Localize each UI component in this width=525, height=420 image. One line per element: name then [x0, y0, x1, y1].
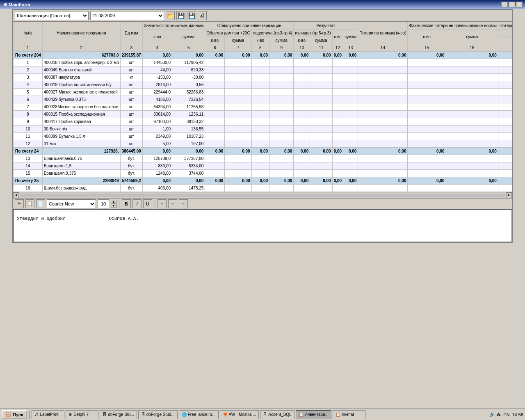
align-left-button[interactable]: ≡ — [158, 199, 167, 208]
group-c16: 0,00 — [498, 52, 512, 59]
row-name: 400429 бутылка 0,375 — [42, 96, 120, 103]
group-sum: 5744589,2 — [120, 177, 142, 185]
divider1 — [119, 200, 119, 208]
row-c6 — [205, 59, 225, 66]
row-num: 15 — [14, 170, 43, 177]
row-c7 — [225, 126, 251, 133]
row-c8 — [251, 133, 269, 140]
row-name: Брак шамп.0,375 — [42, 170, 120, 177]
row-c15 — [408, 118, 446, 126]
col-name-header: Наименование продукции — [42, 22, 120, 44]
group-c3: 0,00 — [142, 177, 172, 185]
row-c16 — [446, 111, 498, 118]
row-c17 — [498, 74, 512, 81]
table-row: 7 400028Мюзле экспортное без плакетки шт… — [14, 103, 512, 111]
italic-button[interactable]: I — [132, 199, 142, 208]
font-select[interactable]: Courier New — [47, 199, 96, 208]
col-actual-qty-header: к-во — [332, 30, 343, 44]
rte-content[interactable]: Утвердил и одобрил________________Осипов… — [13, 209, 512, 242]
group-qty: 627703,0 — [42, 52, 120, 59]
cut-button[interactable]: ✂ — [15, 199, 24, 208]
row-c8 — [251, 66, 269, 74]
group-sum: 386445,00 — [120, 148, 142, 155]
scroll-right-btn[interactable]: ► — [506, 192, 512, 198]
table-row: 8 400015 Пробка экспедиционная шт 83014,… — [14, 111, 512, 118]
row-c14 — [358, 155, 408, 162]
row-unit: шт — [120, 103, 142, 111]
table-row: 1 400018 Пробка корк. агломерир. с 2-мя … — [14, 59, 512, 66]
row-c11 — [310, 170, 332, 177]
row-c16 — [446, 89, 498, 96]
open-button[interactable]: 📂 — [166, 11, 175, 20]
row-c16 — [446, 81, 498, 89]
title-bar-controls: − □ ✕ — [501, 2, 523, 7]
close-button[interactable]: ✕ — [516, 2, 523, 7]
paste-button[interactable]: 📄 — [36, 199, 45, 208]
row-c14 — [358, 81, 408, 89]
font-size-down[interactable]: ▼ — [111, 204, 116, 208]
row-sum: 7226,54 — [172, 96, 205, 103]
col-over-sum-header: сумма — [446, 30, 498, 44]
row-num: 4 — [14, 81, 43, 89]
copy-button[interactable]: 📋 — [25, 199, 34, 208]
align-center-button[interactable]: ≡ — [168, 199, 177, 208]
row-qty: 144500,0 — [142, 59, 172, 66]
group-c11: 0,00 — [332, 148, 343, 155]
maximize-button[interactable]: □ — [509, 2, 515, 7]
row-c17 — [498, 81, 512, 89]
group-c10: 0,00 — [310, 177, 332, 185]
font-size-up[interactable]: ▲ — [111, 200, 116, 204]
row-c15 — [408, 111, 446, 118]
date-dropdown[interactable]: 21.08.2009 — [90, 11, 164, 20]
row-c9 — [269, 59, 294, 66]
colnum-5: 5 — [172, 44, 205, 52]
table-row: 10 30 Бочки п/з шт 1,00 136,55 — [14, 126, 512, 133]
font-size-input[interactable] — [98, 199, 109, 208]
row-sum: 117905,42 — [172, 59, 205, 66]
col7-header: сумма — [225, 37, 251, 44]
row-c11 — [310, 185, 332, 192]
row-c9 — [269, 111, 294, 118]
align-right-button[interactable]: ≡ — [179, 199, 188, 208]
row-c16 — [446, 140, 498, 148]
row-c15 — [408, 170, 446, 177]
row-c9 — [269, 126, 294, 133]
row-c9 — [269, 96, 294, 103]
print-button[interactable]: 🖨 — [198, 11, 207, 20]
row-c17 — [498, 103, 512, 111]
row-c6 — [205, 140, 225, 148]
save-button[interactable]: 💾 — [176, 11, 185, 20]
save2-button[interactable]: 💾 — [187, 11, 196, 20]
group-c6: 0,00 — [225, 148, 251, 155]
row-num: 13 — [14, 155, 43, 162]
row-num: 3 — [14, 74, 43, 81]
bold-button[interactable]: B — [122, 199, 131, 208]
row-sum: 197,00 — [172, 140, 205, 148]
row-name: 400027 Мюзле экспортное с плакеткой — [42, 89, 120, 96]
data-grid[interactable]: №№ Наименование продукции Ед.изм Значить… — [13, 22, 512, 192]
row-c17 — [498, 126, 512, 133]
department-dropdown[interactable]: Шампанизация [Палатов] — [15, 11, 89, 20]
row-c14 — [358, 111, 408, 118]
scroll-left-btn[interactable]: ◄ — [13, 192, 19, 198]
col-book-qty-header: к-во — [142, 30, 172, 44]
row-c16 — [446, 74, 498, 81]
row-unit: шт — [120, 59, 142, 66]
group-sum: 239155,87 — [120, 52, 142, 59]
group-c14: 0,00 — [408, 148, 446, 155]
colnum-15: 15 — [408, 44, 446, 52]
group-c15: 0,00 — [446, 148, 498, 155]
row-c13 — [343, 170, 358, 177]
col-actual-header: Фактические потери не превышающие нормы — [408, 22, 498, 30]
row-c10 — [294, 59, 310, 66]
horizontal-scrollbar[interactable]: ◄ ► — [13, 192, 512, 198]
row-unit: бут. — [120, 170, 142, 177]
row-num: 14 — [14, 162, 43, 170]
minimize-button[interactable]: − — [501, 2, 508, 7]
row-c16 — [446, 96, 498, 103]
col-absent-header: при отсутствии виновных лиц — [498, 30, 512, 37]
colnum-7: 7 — [225, 44, 251, 52]
underline-button[interactable]: U — [143, 199, 152, 208]
row-c15 — [408, 155, 446, 162]
row-c7 — [225, 81, 251, 89]
